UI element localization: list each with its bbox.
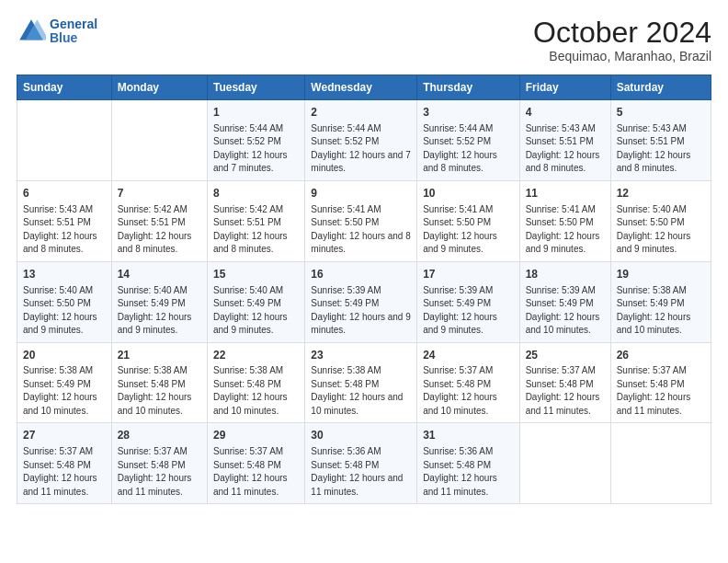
day-number: 4	[526, 105, 605, 121]
day-info: Sunrise: 5:40 AM Sunset: 5:50 PM Dayligh…	[23, 284, 106, 338]
day-number: 13	[23, 267, 106, 282]
calendar-cell: 23Sunrise: 5:38 AM Sunset: 5:48 PM Dayli…	[305, 342, 417, 423]
calendar-cell: 3Sunrise: 5:44 AM Sunset: 5:52 PM Daylig…	[417, 100, 520, 181]
day-number: 12	[617, 186, 705, 201]
calendar-cell: 8Sunrise: 5:42 AM Sunset: 5:51 PM Daylig…	[208, 180, 305, 261]
day-number: 19	[617, 267, 705, 282]
day-info: Sunrise: 5:37 AM Sunset: 5:48 PM Dayligh…	[423, 364, 514, 418]
day-number: 14	[118, 267, 201, 282]
calendar-cell: 9Sunrise: 5:41 AM Sunset: 5:50 PM Daylig…	[305, 180, 417, 261]
day-number: 20	[23, 348, 106, 363]
day-number: 21	[118, 348, 201, 363]
day-info: Sunrise: 5:38 AM Sunset: 5:48 PM Dayligh…	[118, 364, 201, 418]
day-info: Sunrise: 5:38 AM Sunset: 5:49 PM Dayligh…	[23, 364, 106, 418]
calendar-week-row: 13Sunrise: 5:40 AM Sunset: 5:50 PM Dayli…	[17, 261, 711, 342]
day-number: 29	[213, 428, 299, 443]
day-info: Sunrise: 5:37 AM Sunset: 5:48 PM Dayligh…	[213, 445, 299, 499]
weekday-header-monday: Monday	[111, 75, 207, 100]
day-number: 7	[118, 186, 201, 201]
calendar-table: SundayMondayTuesdayWednesdayThursdayFrid…	[17, 75, 711, 504]
calendar-cell	[519, 423, 610, 504]
calendar-cell: 5Sunrise: 5:43 AM Sunset: 5:51 PM Daylig…	[610, 100, 711, 181]
day-number: 22	[213, 348, 299, 363]
calendar-cell: 22Sunrise: 5:38 AM Sunset: 5:48 PM Dayli…	[208, 342, 305, 423]
day-info: Sunrise: 5:38 AM Sunset: 5:48 PM Dayligh…	[311, 364, 411, 418]
day-number: 17	[423, 267, 514, 282]
calendar-cell: 26Sunrise: 5:37 AM Sunset: 5:48 PM Dayli…	[610, 342, 711, 423]
main-title: October 2024	[533, 17, 711, 49]
calendar-cell: 11Sunrise: 5:41 AM Sunset: 5:50 PM Dayli…	[519, 180, 610, 261]
day-info: Sunrise: 5:37 AM Sunset: 5:48 PM Dayligh…	[118, 445, 201, 499]
logo-text: General Blue	[50, 17, 97, 46]
calendar-cell: 27Sunrise: 5:37 AM Sunset: 5:48 PM Dayli…	[17, 423, 112, 504]
logo-line2: Blue	[50, 30, 77, 45]
day-number: 30	[311, 428, 411, 443]
day-info: Sunrise: 5:40 AM Sunset: 5:50 PM Dayligh…	[617, 203, 705, 257]
day-number: 31	[423, 428, 514, 443]
weekday-header-tuesday: Tuesday	[208, 75, 305, 100]
weekday-header-row: SundayMondayTuesdayWednesdayThursdayFrid…	[17, 75, 711, 100]
day-number: 27	[23, 428, 106, 443]
weekday-header-wednesday: Wednesday	[305, 75, 417, 100]
calendar-cell: 12Sunrise: 5:40 AM Sunset: 5:50 PM Dayli…	[610, 180, 711, 261]
day-info: Sunrise: 5:44 AM Sunset: 5:52 PM Dayligh…	[213, 122, 299, 176]
calendar-cell: 15Sunrise: 5:40 AM Sunset: 5:49 PM Dayli…	[208, 261, 305, 342]
day-number: 1	[213, 105, 299, 121]
day-number: 24	[423, 348, 514, 363]
calendar-cell: 25Sunrise: 5:37 AM Sunset: 5:48 PM Dayli…	[519, 342, 610, 423]
day-number: 25	[526, 348, 605, 363]
logo-line1: General	[50, 17, 97, 31]
calendar-cell: 29Sunrise: 5:37 AM Sunset: 5:48 PM Dayli…	[208, 423, 305, 504]
day-info: Sunrise: 5:42 AM Sunset: 5:51 PM Dayligh…	[118, 203, 201, 257]
calendar-cell: 17Sunrise: 5:39 AM Sunset: 5:49 PM Dayli…	[417, 261, 520, 342]
calendar-cell: 7Sunrise: 5:42 AM Sunset: 5:51 PM Daylig…	[111, 180, 207, 261]
calendar-cell: 30Sunrise: 5:36 AM Sunset: 5:48 PM Dayli…	[305, 423, 417, 504]
day-info: Sunrise: 5:36 AM Sunset: 5:48 PM Dayligh…	[311, 445, 411, 499]
day-info: Sunrise: 5:38 AM Sunset: 5:49 PM Dayligh…	[617, 284, 705, 338]
calendar-cell: 6Sunrise: 5:43 AM Sunset: 5:51 PM Daylig…	[17, 180, 112, 261]
day-info: Sunrise: 5:44 AM Sunset: 5:52 PM Dayligh…	[423, 122, 514, 176]
calendar-cell: 24Sunrise: 5:37 AM Sunset: 5:48 PM Dayli…	[417, 342, 520, 423]
calendar-week-row: 6Sunrise: 5:43 AM Sunset: 5:51 PM Daylig…	[17, 180, 711, 261]
day-info: Sunrise: 5:37 AM Sunset: 5:48 PM Dayligh…	[617, 364, 705, 418]
day-number: 6	[23, 186, 106, 201]
day-info: Sunrise: 5:40 AM Sunset: 5:49 PM Dayligh…	[213, 284, 299, 338]
calendar-cell: 14Sunrise: 5:40 AM Sunset: 5:49 PM Dayli…	[111, 261, 207, 342]
logo: General Blue	[17, 17, 97, 46]
day-info: Sunrise: 5:43 AM Sunset: 5:51 PM Dayligh…	[526, 122, 605, 176]
day-info: Sunrise: 5:36 AM Sunset: 5:48 PM Dayligh…	[423, 445, 514, 499]
calendar-cell: 21Sunrise: 5:38 AM Sunset: 5:48 PM Dayli…	[111, 342, 207, 423]
title-block: October 2024 Bequimao, Maranhao, Brazil	[533, 17, 711, 63]
calendar-cell: 20Sunrise: 5:38 AM Sunset: 5:49 PM Dayli…	[17, 342, 112, 423]
weekday-header-sunday: Sunday	[17, 75, 112, 100]
calendar-week-row: 27Sunrise: 5:37 AM Sunset: 5:48 PM Dayli…	[17, 423, 711, 504]
day-info: Sunrise: 5:40 AM Sunset: 5:49 PM Dayligh…	[118, 284, 201, 338]
day-info: Sunrise: 5:37 AM Sunset: 5:48 PM Dayligh…	[23, 445, 106, 499]
day-number: 11	[526, 186, 605, 201]
calendar-week-row: 20Sunrise: 5:38 AM Sunset: 5:49 PM Dayli…	[17, 342, 711, 423]
subtitle: Bequimao, Maranhao, Brazil	[533, 49, 711, 63]
day-number: 15	[213, 267, 299, 282]
day-info: Sunrise: 5:38 AM Sunset: 5:48 PM Dayligh…	[213, 364, 299, 418]
calendar-cell: 18Sunrise: 5:39 AM Sunset: 5:49 PM Dayli…	[519, 261, 610, 342]
weekday-header-friday: Friday	[519, 75, 610, 100]
logo-icon	[17, 17, 46, 46]
day-number: 28	[118, 428, 201, 443]
weekday-header-saturday: Saturday	[610, 75, 711, 100]
calendar-cell	[610, 423, 711, 504]
day-number: 5	[617, 105, 705, 121]
day-info: Sunrise: 5:43 AM Sunset: 5:51 PM Dayligh…	[617, 122, 705, 176]
calendar-cell	[111, 100, 207, 181]
day-info: Sunrise: 5:42 AM Sunset: 5:51 PM Dayligh…	[213, 203, 299, 257]
page: General Blue October 2024 Bequimao, Mara…	[0, 0, 728, 563]
day-number: 26	[617, 348, 705, 363]
day-number: 10	[423, 186, 514, 201]
day-info: Sunrise: 5:43 AM Sunset: 5:51 PM Dayligh…	[23, 203, 106, 257]
day-info: Sunrise: 5:44 AM Sunset: 5:52 PM Dayligh…	[311, 122, 411, 176]
calendar-cell: 10Sunrise: 5:41 AM Sunset: 5:50 PM Dayli…	[417, 180, 520, 261]
day-number: 23	[311, 348, 411, 363]
calendar-cell: 4Sunrise: 5:43 AM Sunset: 5:51 PM Daylig…	[519, 100, 610, 181]
day-info: Sunrise: 5:37 AM Sunset: 5:48 PM Dayligh…	[526, 364, 605, 418]
calendar-week-row: 1Sunrise: 5:44 AM Sunset: 5:52 PM Daylig…	[17, 100, 711, 181]
day-info: Sunrise: 5:41 AM Sunset: 5:50 PM Dayligh…	[526, 203, 605, 257]
